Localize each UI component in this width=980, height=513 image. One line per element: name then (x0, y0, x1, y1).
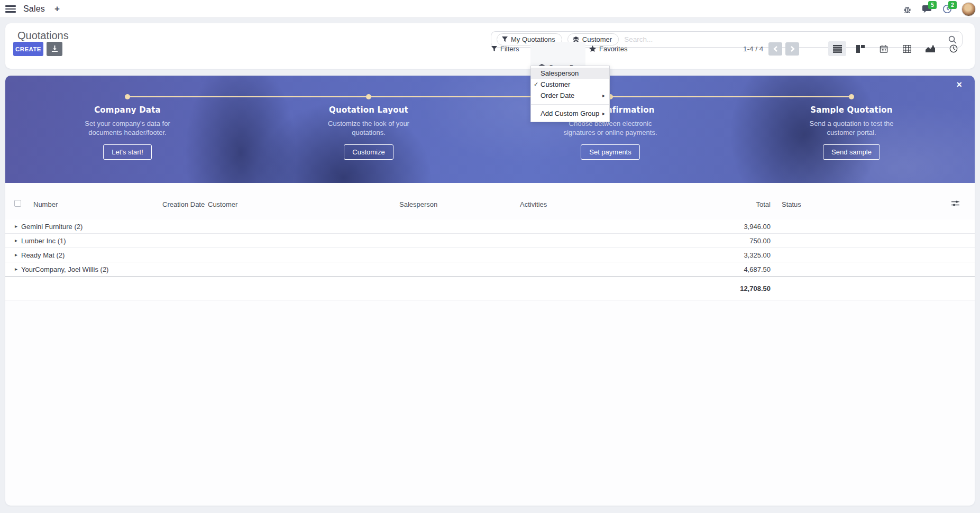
activities-clock-icon[interactable]: 2 (941, 3, 953, 15)
filter-icon (491, 46, 497, 52)
list-view-icon (833, 45, 842, 53)
calendar-view-button[interactable] (875, 41, 893, 56)
timeline-dot (849, 94, 854, 99)
menu-divider (531, 104, 609, 105)
menu-item-add-custom-group[interactable]: Add Custom Group ▸ (531, 108, 609, 119)
grand-total-value: 12,708.50 (740, 285, 771, 292)
group-row-yourcompany-joel-willis[interactable]: ▸ YourCompany, Joel Willis (2) 4,687.50 (5, 262, 975, 277)
star-icon (589, 45, 596, 52)
set-payments-button[interactable]: Set payments (581, 144, 640, 160)
activities-badge: 2 (948, 1, 957, 9)
group-row-lumber-inc[interactable]: ▸ Lumber Inc (1) 750.00 (5, 234, 975, 248)
messages-icon[interactable]: 5 (921, 3, 933, 15)
group-name: Lumber Inc (1) (21, 237, 66, 245)
favorites-label: Favorites (599, 45, 627, 53)
chevron-right-icon (790, 46, 795, 52)
column-salesperson[interactable]: Salesperson (399, 200, 437, 208)
activity-view-icon (949, 44, 958, 53)
group-name: YourCompany, Joel Willis (2) (21, 265, 108, 273)
pager-previous-button[interactable] (768, 42, 782, 56)
menu-item-salesperson[interactable]: Salesperson (531, 68, 609, 79)
expand-caret-icon[interactable]: ▸ (15, 266, 17, 272)
expand-caret-icon[interactable]: ▸ (15, 223, 17, 229)
menu-item-label: Salesperson (541, 69, 579, 77)
calendar-view-icon (880, 45, 888, 53)
export-button[interactable] (47, 42, 62, 56)
pivot-view-icon (903, 45, 911, 53)
onboarding-step-quotation-layout: Quotation Layout Customize the look of y… (295, 105, 443, 160)
graph-view-button[interactable] (921, 41, 939, 56)
pager-range: 1-4 / 4 (743, 45, 763, 53)
column-total[interactable]: Total (756, 200, 771, 208)
menu-item-label: Add Custom Group (541, 109, 599, 117)
control-panel: Quotations My Quotations × Customer × CR… (5, 23, 975, 69)
sales-quotations-page: Sales + 5 2 (0, 0, 980, 513)
menu-item-order-date[interactable]: Order Date ▸ (531, 90, 609, 101)
list-view-button[interactable] (828, 41, 846, 56)
group-by-button[interactable]: Group By (530, 42, 585, 69)
menu-item-label: Customer (541, 80, 570, 88)
apps-menu-icon[interactable] (5, 5, 16, 13)
list-header: Number Creation Date Customer Salesperso… (5, 198, 975, 213)
step-title: Sample Quotation (777, 105, 926, 115)
banner-close-icon[interactable]: × (956, 80, 962, 89)
page-title: Quotations (17, 30, 69, 42)
menu-item-customer[interactable]: ✓ Customer (531, 79, 609, 90)
graph-view-icon (926, 45, 935, 52)
lets-start-button[interactable]: Let's start! (103, 144, 152, 160)
onboarding-step-company-data: Company Data Set your company's data for… (53, 105, 202, 160)
app-name[interactable]: Sales (23, 4, 45, 14)
column-status[interactable]: Status (782, 200, 801, 208)
group-total: 3,325.00 (744, 251, 771, 259)
column-number[interactable]: Number (33, 200, 58, 208)
group-name: Gemini Furniture (2) (21, 223, 83, 231)
kanban-view-button[interactable] (851, 41, 869, 56)
favorites-button[interactable]: Favorites (582, 42, 635, 56)
new-tab-button[interactable]: + (52, 4, 62, 14)
step-description: Set your company's data for documents he… (71, 119, 185, 137)
pager: 1-4 / 4 (743, 42, 799, 56)
group-row-gemini-furniture[interactable]: ▸ Gemini Furniture (2) 3,946.00 (5, 219, 975, 234)
group-by-menu: Salesperson ✓ Customer Order Date ▸ Add … (530, 66, 610, 122)
timeline-dot (125, 94, 130, 99)
download-icon (51, 45, 58, 52)
filters-label: Filters (500, 45, 519, 53)
timeline-dot (366, 94, 371, 99)
step-title: Company Data (53, 105, 202, 115)
step-title: Quotation Layout (295, 105, 443, 115)
activity-view-button[interactable] (945, 41, 963, 56)
group-row-ready-mat[interactable]: ▸ Ready Mat (2) 3,325.00 (5, 248, 975, 262)
create-button[interactable]: CREATE (13, 42, 43, 56)
debug-bug-icon[interactable] (901, 3, 913, 15)
column-creation-date[interactable]: Creation Date (162, 200, 205, 208)
user-avatar[interactable] (961, 2, 976, 16)
pager-next-button[interactable] (785, 42, 799, 56)
check-icon: ✓ (534, 79, 538, 90)
submenu-arrow-icon: ▸ (602, 90, 605, 101)
select-all-checkbox[interactable] (14, 200, 21, 207)
filters-button[interactable]: Filters (484, 42, 526, 56)
expand-caret-icon[interactable]: ▸ (15, 237, 17, 243)
chevron-left-icon (773, 46, 778, 52)
pivot-view-button[interactable] (898, 41, 916, 56)
send-sample-button[interactable]: Send sample (823, 144, 880, 160)
step-description: Customize the look of your quotations. (312, 119, 426, 137)
optional-columns-icon[interactable] (951, 200, 959, 207)
grand-total-row: 12,708.50 (5, 276, 975, 300)
content-area: × Company Data Set your company's data f… (5, 76, 975, 506)
kanban-view-icon (856, 45, 865, 53)
view-switcher (828, 41, 963, 57)
messages-badge: 5 (928, 1, 937, 9)
onboarding-step-sample-quotation: Sample Quotation Send a quotation to tes… (777, 105, 926, 160)
group-total: 750.00 (749, 237, 771, 245)
onboarding-banner: × Company Data Set your company's data f… (5, 76, 975, 183)
submenu-arrow-icon: ▸ (602, 108, 605, 119)
customize-button[interactable]: Customize (344, 144, 393, 160)
column-customer[interactable]: Customer (208, 200, 237, 208)
step-description: Send a quotation to test the customer po… (795, 119, 909, 137)
column-activities[interactable]: Activities (520, 200, 547, 208)
expand-caret-icon[interactable]: ▸ (15, 252, 17, 258)
top-navbar: Sales + 5 2 (0, 0, 980, 18)
list-body: ▸ Gemini Furniture (2) 3,946.00 ▸ Lumber… (5, 219, 975, 300)
group-total: 4,687.50 (744, 265, 771, 273)
